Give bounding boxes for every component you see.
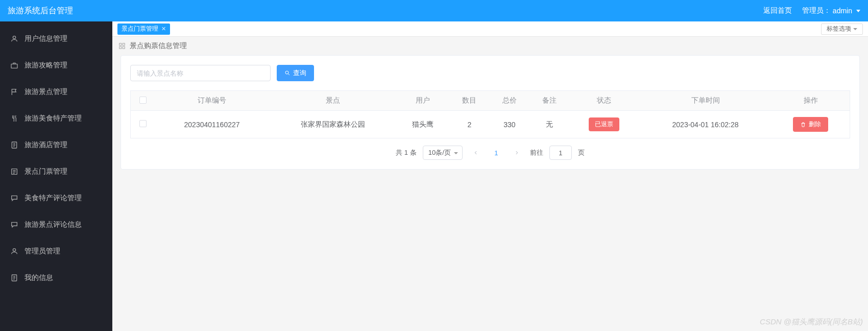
ticket-icon (10, 168, 18, 176)
top-header: 旅游系统后台管理 返回首页 管理员： admin (0, 0, 868, 21)
admin-prefix: 管理员： (802, 6, 831, 15)
sidebar-item-food-comment[interactable]: 美食特产评论管理 (0, 185, 112, 211)
sidebar-item-food[interactable]: 旅游美食特产管理 (0, 105, 112, 132)
food-icon (10, 114, 18, 123)
back-home-link[interactable]: 返回首页 (763, 6, 792, 15)
th-checkbox (131, 91, 155, 111)
content-card: 查询 订单编号 景点 用户 数目 总价 备注 状态 下单时间 操作 (120, 55, 860, 170)
tab-label: 景点门票管理 (122, 25, 158, 33)
tab-options-label: 标签选项 (827, 25, 851, 33)
admin-name: admin (833, 7, 852, 15)
sidebar-item-label: 我的信息 (25, 273, 53, 282)
chevron-down-icon (856, 10, 860, 12)
user-icon (10, 35, 18, 43)
search-input[interactable] (130, 65, 271, 81)
admin-dropdown[interactable]: 管理员： admin (802, 6, 860, 15)
th-time: 下单时间 (639, 91, 772, 111)
next-page-button[interactable] (510, 146, 524, 160)
svg-rect-1 (11, 64, 17, 68)
sidebar-item-user-info[interactable]: 用户信息管理 (0, 26, 112, 52)
svg-point-0 (13, 36, 15, 39)
page-number[interactable]: 1 (489, 149, 503, 157)
cell-qty: 2 (449, 111, 490, 138)
th-status: 状态 (570, 91, 639, 111)
tab-options-dropdown[interactable]: 标签选项 (821, 23, 863, 35)
jump-suffix: 页 (578, 148, 585, 157)
sidebar-item-label: 管理员管理 (25, 247, 60, 256)
sidebar-item-label: 旅游酒店管理 (25, 140, 67, 150)
breadcrumb: 景点购票信息管理 (112, 37, 868, 55)
search-button-label: 查询 (293, 68, 306, 78)
sidebar-item-label: 旅游景点管理 (25, 87, 67, 97)
search-row: 查询 (130, 65, 850, 81)
main-area: 景点门票管理 ✕ 标签选项 景点购票信息管理 查询 (112, 21, 868, 331)
sidebar-item-label: 用户信息管理 (25, 34, 67, 43)
search-button[interactable]: 查询 (277, 65, 314, 81)
delete-button-label: 删除 (809, 120, 821, 129)
chevron-down-icon (454, 152, 458, 154)
cell-spot: 张家界国家森林公园 (269, 111, 397, 138)
cell-total: 330 (490, 111, 530, 138)
doc-icon (10, 274, 18, 282)
checkbox-all[interactable] (139, 97, 147, 104)
page-size-label: 10条/页 (428, 148, 451, 157)
doc-icon (10, 141, 18, 149)
sidebar-item-label: 旅游攻略管理 (25, 61, 67, 70)
page-title: 景点购票信息管理 (130, 41, 187, 51)
close-icon[interactable]: ✕ (161, 26, 166, 32)
comment-icon (10, 221, 18, 229)
search-icon (284, 70, 291, 76)
cell-time: 2023-04-01 16:02:28 (639, 111, 772, 138)
sidebar-item-hotel[interactable]: 旅游酒店管理 (0, 132, 112, 158)
grid-icon (118, 42, 126, 50)
tabs-bar: 景点门票管理 ✕ 标签选项 (112, 21, 868, 37)
th-total: 总价 (490, 91, 530, 111)
th-order-no: 订单编号 (155, 91, 269, 111)
pagination: 共 1 条 10条/页 1 前往 页 (130, 146, 850, 160)
sidebar-item-label: 景点门票管理 (25, 167, 67, 176)
sidebar: 用户信息管理 旅游攻略管理 旅游景点管理 旅游美食特产管理 旅游酒店管理 景点门… (0, 21, 112, 331)
jump-prefix: 前往 (530, 148, 543, 157)
sidebar-item-label: 旅游美食特产管理 (25, 114, 82, 123)
tab-ticket-mgmt[interactable]: 景点门票管理 ✕ (117, 23, 170, 35)
svg-point-4 (13, 249, 15, 251)
cell-remark: 无 (529, 111, 570, 138)
prev-page-button[interactable] (469, 146, 483, 160)
trash-icon (800, 122, 806, 128)
sidebar-item-label: 美食特产评论管理 (25, 194, 82, 203)
admin-icon (10, 247, 18, 255)
th-remark: 备注 (529, 91, 570, 111)
svg-rect-9 (123, 46, 125, 49)
table-row: 20230401160227 张家界国家森林公园 猫头鹰 2 330 无 已退票… (131, 111, 850, 138)
status-badge: 已退票 (589, 117, 619, 131)
th-qty: 数目 (449, 91, 490, 111)
chevron-down-icon (853, 28, 857, 30)
flag-icon (10, 88, 18, 96)
cell-user: 猫头鹰 (397, 111, 450, 138)
total-text: 共 1 条 (396, 148, 416, 157)
row-checkbox[interactable] (139, 120, 147, 127)
page-jump-input[interactable] (549, 146, 572, 160)
svg-point-10 (285, 71, 288, 74)
comment-icon (10, 194, 18, 202)
order-table: 订单编号 景点 用户 数目 总价 备注 状态 下单时间 操作 20230401 (130, 90, 850, 138)
delete-button[interactable]: 删除 (793, 117, 828, 132)
back-home-label: 返回首页 (763, 6, 792, 15)
sidebar-item-ticket[interactable]: 景点门票管理 (0, 158, 112, 185)
svg-rect-7 (123, 43, 125, 45)
sidebar-item-label: 旅游景点评论信息 (25, 220, 82, 229)
briefcase-icon (10, 61, 18, 69)
sidebar-item-strategy[interactable]: 旅游攻略管理 (0, 52, 112, 79)
th-action: 操作 (772, 91, 850, 111)
svg-rect-6 (119, 43, 122, 45)
sidebar-item-admin[interactable]: 管理员管理 (0, 238, 112, 265)
cell-order-no: 20230401160227 (155, 111, 269, 138)
header-right: 返回首页 管理员： admin (763, 6, 860, 15)
sidebar-item-mine[interactable]: 我的信息 (0, 265, 112, 291)
app-title: 旅游系统后台管理 (8, 6, 73, 16)
svg-rect-8 (119, 46, 122, 49)
sidebar-item-spots[interactable]: 旅游景点管理 (0, 79, 112, 105)
page-size-select[interactable]: 10条/页 (423, 146, 463, 160)
sidebar-item-spot-comment[interactable]: 旅游景点评论信息 (0, 211, 112, 238)
th-user: 用户 (397, 91, 450, 111)
